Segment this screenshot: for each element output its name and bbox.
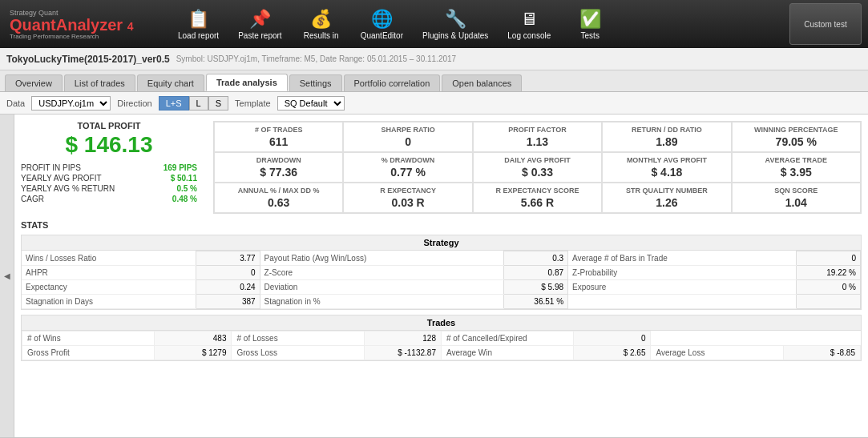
strategy-table: Wins / Losses Ratio 3.77 Payout Ratio (A…: [22, 251, 861, 309]
results-in-button[interactable]: 💰 Results in: [293, 3, 349, 45]
stat-cell: % DRAWDOWN0.77 %: [343, 152, 472, 183]
strategy-row-label3: Z-Probability: [568, 266, 797, 280]
plugins-updates-icon: 🔧: [445, 9, 466, 30]
stat-cell: MONTHLY AVG PROFIT$ 4.18: [602, 152, 731, 183]
log-console-icon: 🖥: [520, 9, 538, 30]
stat-cell: DRAWDOWN$ 77.36: [214, 152, 343, 183]
tab-equity-chart[interactable]: Equity chart: [137, 74, 204, 91]
plugins-updates-button[interactable]: 🔧 Plugins & Updates: [414, 3, 496, 45]
tests-button[interactable]: ✅ Tests: [562, 3, 618, 45]
custom-test-button[interactable]: Custom test: [789, 3, 862, 45]
strategy-row-label: Expectancy: [22, 280, 196, 295]
strategy-row-value3: 0: [797, 251, 861, 266]
strategy-row-label2: Deviation: [260, 280, 503, 295]
strategy-row-value3: [797, 295, 861, 309]
logo: Strategy Quant QuantAnalyzer 4 Trading P…: [6, 6, 167, 43]
profit-summary: TOTAL PROFIT $ 146.13 PROFIT IN PIPS 169…: [21, 121, 197, 214]
trades-table: # of Wins 483 # of Losses 128 # of Cance…: [22, 331, 861, 360]
stat-cell: RETURN / DD RATIO1.89: [602, 122, 731, 152]
strategy-row-value2: 36.51 %: [504, 295, 568, 309]
strategy-row-label: AHPR: [22, 266, 196, 280]
direction-ls-button[interactable]: L+S: [159, 96, 189, 111]
strategy-row-value3: 19.22 %: [797, 266, 861, 280]
filterbar: Data USDJPY.oj1m Direction L+S L S Templ…: [0, 92, 868, 115]
stat-cell: WINNING PERCENTAGE79.05 %: [732, 122, 861, 152]
data-label: Data: [6, 98, 25, 108]
quant-editor-button[interactable]: 🌐 QuantEditor: [353, 3, 411, 45]
results-in-icon: 💰: [310, 9, 332, 30]
tab-open-balances[interactable]: Open balances: [442, 74, 522, 91]
stat-cell: ANNUAL % / MAX DD %0.63: [214, 183, 343, 213]
stat-cell: # OF TRADES611: [214, 122, 343, 152]
strategy-row-value2: 0.3: [504, 251, 568, 266]
strategy-row-label2: Stagnation in %: [260, 295, 503, 309]
direction-l-button[interactable]: L: [189, 96, 208, 111]
strategy-row-value: 0: [196, 266, 260, 280]
titlebar: TokyoLuckyTime(2015-2017)_ver0.5 Symbol:…: [0, 48, 868, 70]
strategy-row-value2: 0.87: [504, 266, 568, 280]
strategy-table-row: Stagnation in Days 387 Stagnation in % 3…: [22, 295, 861, 309]
tab-portfolio-correlation[interactable]: Portfolio correlation: [344, 74, 441, 91]
strategy-row-label2: Z-Score: [260, 266, 503, 280]
stat-cell: DAILY AVG PROFIT$ 0.33: [473, 152, 602, 183]
content-area: TOTAL PROFIT $ 146.13 PROFIT IN PIPS 169…: [14, 115, 868, 437]
strategy-name: TokyoLuckyTime(2015-2017)_ver0.5: [6, 54, 170, 65]
stats-title: STATS: [21, 220, 862, 230]
strategy-table-row: AHPR 0 Z-Score 0.87 Z-Probability 19.22 …: [22, 266, 861, 280]
strategy-row-value3: 0 %: [797, 280, 861, 295]
yearly-avg-value: $ 50.11: [171, 174, 197, 183]
trades-table-row: Gross Profit $ 1279 Gross Loss $ -1132.8…: [22, 346, 861, 360]
template-label: Template: [235, 98, 271, 108]
strategy-row-value: 0.24: [196, 280, 260, 295]
tab-overview[interactable]: Overview: [5, 74, 63, 91]
stat-cell: R EXPECTANCY SCORE5.66 R: [473, 183, 602, 213]
trades-block-title: Trades: [22, 315, 861, 331]
stats-section: STATS Strategy Wins / Losses Ratio 3.77 …: [21, 220, 862, 361]
yearly-pct-value: 0.5 %: [176, 184, 197, 193]
paste-report-icon: 📌: [249, 9, 271, 30]
data-select[interactable]: USDJPY.oj1m: [31, 96, 111, 111]
sidebar-collapse-button[interactable]: ◀: [0, 115, 14, 437]
strategy-row-label2: Payout Ratio (Avg Win/Loss): [260, 251, 503, 266]
template-select[interactable]: SQ Default: [277, 96, 345, 111]
tests-icon: ✅: [579, 9, 601, 30]
tab-trade-analysis[interactable]: Trade analysis: [206, 74, 288, 91]
strategy-row-value2: $ 5.98: [504, 280, 568, 295]
profit-section: TOTAL PROFIT $ 146.13 PROFIT IN PIPS 169…: [21, 121, 862, 214]
strategy-block: Strategy Wins / Losses Ratio 3.77 Payout…: [21, 235, 862, 310]
cagr-value: 0.48 %: [172, 195, 197, 203]
strategy-row-value: 387: [196, 295, 260, 309]
stat-cell: SQN SCORE1.04: [732, 183, 861, 213]
tab-settings[interactable]: Settings: [289, 74, 342, 91]
strategy-row-label3: Average # of Bars in Trade: [568, 251, 797, 266]
strategy-table-row: Wins / Losses Ratio 3.77 Payout Ratio (A…: [22, 251, 861, 266]
trades-block: Trades # of Wins 483 # of Losses 128 # o…: [21, 315, 862, 361]
trades-table-row: # of Wins 483 # of Losses 128 # of Cance…: [22, 332, 861, 346]
stat-cell: AVERAGE TRADE$ 3.95: [732, 152, 861, 183]
tab-list-of-trades[interactable]: List of trades: [64, 74, 135, 91]
strategy-row-label3: Exposure: [568, 280, 797, 295]
stats-grid: # OF TRADES611SHARPE RATIO0PROFIT FACTOR…: [213, 121, 862, 214]
load-report-button[interactable]: 📋 Load report: [170, 3, 227, 45]
total-profit-label: TOTAL PROFIT: [21, 121, 197, 131]
quant-editor-icon: 🌐: [371, 9, 393, 30]
load-report-icon: 📋: [188, 9, 209, 30]
direction-s-button[interactable]: S: [208, 96, 228, 111]
strategy-table-row: Expectancy 0.24 Deviation $ 5.98 Exposur…: [22, 280, 861, 295]
log-console-button[interactable]: 🖥 Log console: [499, 3, 559, 45]
cagr-label: CAGR: [21, 195, 44, 203]
paste-report-button[interactable]: 📌 Paste report: [230, 3, 289, 45]
strategy-meta: Symbol: USDJPY.oj1m, Timeframe: M5, Date…: [176, 54, 456, 63]
direction-label: Direction: [117, 98, 151, 108]
profit-stats: PROFIT IN PIPS 169 PIPS YEARLY AVG PROFI…: [21, 163, 197, 204]
strategy-row-value: 3.77: [196, 251, 260, 266]
strategy-row-label: Stagnation in Days: [22, 295, 196, 309]
pips-label: PROFIT IN PIPS: [21, 163, 81, 172]
stat-cell: R EXPECTANCY0.03 R: [343, 183, 472, 213]
strategy-block-title: Strategy: [22, 235, 861, 251]
logo-sub-text: Trading Performance Research: [10, 33, 164, 40]
strategy-row-label: Wins / Losses Ratio: [22, 251, 196, 266]
main-content: ◀ TOTAL PROFIT $ 146.13 PROFIT IN PIPS 1…: [0, 115, 868, 437]
stat-cell: STR QUALITY NUMBER1.26: [602, 183, 731, 213]
strategy-row-label3: [568, 295, 797, 309]
